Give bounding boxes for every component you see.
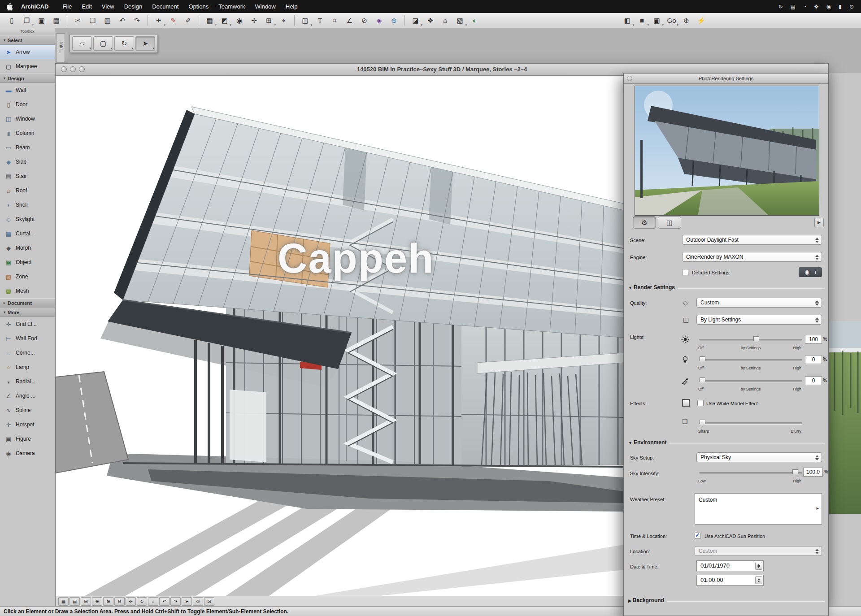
display-icon[interactable]: ▤: [790, 4, 795, 10]
sun-position-checkbox[interactable]: [695, 533, 701, 539]
window-select-icon[interactable]: ◫▾: [298, 15, 312, 26]
column-tool[interactable]: ▮Column: [0, 126, 55, 140]
find-select-icon[interactable]: ✦▾: [152, 15, 165, 26]
pan-view-icon[interactable]: ✛: [126, 597, 136, 606]
lamp-intensity-slider[interactable]: [699, 359, 802, 361]
date-stepper[interactable]: [755, 562, 762, 570]
engine-select[interactable]: CineRender by MAXON: [682, 252, 822, 262]
magnify-icon[interactable]: ⊙: [193, 597, 203, 606]
arrow-tool[interactable]: ➤Arrow: [0, 45, 55, 59]
screen-icon[interactable]: ◧▾: [620, 15, 634, 26]
render-icon[interactable]: ▧▾: [453, 15, 467, 26]
sky-intensity-value[interactable]: 100.0: [803, 468, 823, 477]
section-icon[interactable]: ◪▾: [409, 15, 422, 26]
new-document-icon[interactable]: ▯▾: [5, 15, 19, 26]
text-tool-icon[interactable]: T▾: [313, 15, 327, 26]
environment-header[interactable]: ▼Environment: [627, 439, 825, 447]
info-box-tab[interactable]: Info...: [56, 33, 65, 63]
toolbox-section-more[interactable]: ▾More: [0, 308, 55, 317]
menu-item[interactable]: Options: [183, 0, 213, 13]
menu-item[interactable]: Teamwork: [213, 0, 250, 13]
figure-tool[interactable]: ▣Figure: [0, 432, 55, 446]
next-view-icon[interactable]: ↷: [170, 597, 181, 606]
menu-item[interactable]: Document: [147, 0, 183, 13]
paste-icon[interactable]: ▥▾: [100, 15, 114, 26]
circle-tool-icon[interactable]: ⊘▾: [357, 15, 371, 26]
light-sources-select[interactable]: By Light Settings: [696, 315, 822, 325]
skylight-tool[interactable]: ◇Skylight: [0, 212, 55, 226]
grid-snap-icon[interactable]: ⊞▾: [262, 15, 276, 26]
camera-tool[interactable]: ◉Camera: [0, 446, 55, 460]
slider-thumb[interactable]: [792, 469, 798, 476]
3d-view-icon[interactable]: ⌂▾: [438, 15, 452, 26]
corner-window-tool[interactable]: ∟Corne...: [0, 346, 55, 360]
open-icon[interactable]: ❐▾: [20, 15, 34, 26]
redo-icon[interactable]: ↷▾: [130, 15, 144, 26]
time-stepper[interactable]: [755, 576, 762, 584]
sky-intensity-slider[interactable]: [699, 472, 802, 474]
slider-thumb[interactable]: [700, 420, 705, 426]
orbit-icon[interactable]: ◉▾: [232, 15, 246, 26]
sky-setup-select[interactable]: Physical Sky: [696, 452, 822, 462]
spline-tool[interactable]: ∿Spline: [0, 403, 55, 417]
menu-item[interactable]: Window: [250, 0, 281, 13]
toolbox-section-design[interactable]: ▾Design: [0, 74, 55, 83]
shading-icon[interactable]: ◐▾: [468, 15, 482, 26]
spot-intensity-value[interactable]: 0: [805, 376, 822, 385]
renderer-sphere-icon[interactable]: ◉: [804, 269, 809, 275]
marquee-tool[interactable]: ▢Marquee: [0, 59, 55, 74]
info-icon[interactable]: i: [815, 269, 816, 275]
panel-titlebar[interactable]: PhotoRendering Settings: [624, 74, 828, 84]
pan-icon[interactable]: ✛▾: [247, 15, 261, 26]
teamwork-icon[interactable]: ⊕▾: [387, 15, 401, 26]
pencil-icon[interactable]: ✐▾: [181, 15, 195, 26]
background-header[interactable]: ▶Background: [627, 597, 825, 604]
battery-icon[interactable]: ▮: [839, 4, 842, 10]
fit-in-window-icon[interactable]: ⊞: [81, 597, 91, 606]
bluetooth-icon[interactable]: ❖: [814, 4, 819, 10]
size-tab[interactable]: ◫: [658, 216, 681, 229]
lamp-tool[interactable]: ○Lamp: [0, 360, 55, 374]
views-icon[interactable]: ▣▾: [650, 15, 664, 26]
spotlight-icon[interactable]: ⊙: [849, 4, 854, 10]
weather-preset-box[interactable]: Custom ▸: [695, 493, 822, 525]
zoom-box-icon[interactable]: ⊠: [204, 597, 214, 606]
cut-icon[interactable]: ✂▾: [71, 15, 85, 26]
angle-dimension-tool[interactable]: ∠Angle ...: [0, 389, 55, 403]
mesh-tool[interactable]: ▩Mesh: [0, 284, 55, 298]
apple-menu[interactable]: [6, 2, 14, 11]
zoom-in-icon[interactable]: ⊕: [103, 597, 113, 606]
scene-select[interactable]: Outdoor Daylight Fast: [682, 235, 822, 245]
detailed-settings-checkbox[interactable]: [682, 269, 688, 275]
slider-thumb[interactable]: [700, 356, 705, 363]
morph-tool[interactable]: ◆Morph: [0, 241, 55, 255]
undo-icon[interactable]: ↶▾: [115, 15, 129, 26]
arrow-mode-icon[interactable]: ➤: [182, 597, 192, 606]
blur-slider[interactable]: [699, 422, 802, 424]
wall-tool[interactable]: ▬Wall: [0, 83, 55, 97]
layouts-icon[interactable]: ■▾: [635, 15, 649, 26]
orbit-view-icon[interactable]: ↻: [137, 597, 147, 606]
marker-icon[interactable]: ◈▾: [372, 15, 386, 26]
slab-tool[interactable]: ◆Slab: [0, 155, 55, 169]
redline-pen-icon[interactable]: ✎▾: [166, 15, 180, 26]
zoom-out-icon[interactable]: ⊖: [114, 597, 125, 606]
panel-close-button[interactable]: [627, 76, 632, 81]
door-tool[interactable]: ▯Door: [0, 97, 55, 112]
white-model-checkbox[interactable]: [697, 400, 704, 406]
shell-tool[interactable]: ◗Shell: [0, 198, 55, 212]
beam-tool[interactable]: ▭Beam: [0, 140, 55, 155]
angle-icon[interactable]: ∠▾: [343, 15, 357, 26]
zone-tool[interactable]: ▨Zone: [0, 269, 55, 284]
globe-icon[interactable]: ⊕▾: [679, 15, 693, 26]
time-field[interactable]: 01:00:00: [696, 575, 764, 586]
print-icon[interactable]: ▤▾: [49, 15, 63, 26]
panel-more-button[interactable]: ▶: [814, 218, 824, 227]
marquee-poly-icon[interactable]: ▱▾: [72, 36, 92, 51]
slider-thumb[interactable]: [753, 336, 759, 343]
quality-select[interactable]: Custom: [696, 298, 822, 308]
sun-intensity-value[interactable]: 100: [805, 335, 822, 344]
sun-intensity-slider[interactable]: [699, 339, 802, 341]
menu-item[interactable]: Design: [119, 0, 147, 13]
menu-item[interactable]: File: [57, 0, 77, 13]
